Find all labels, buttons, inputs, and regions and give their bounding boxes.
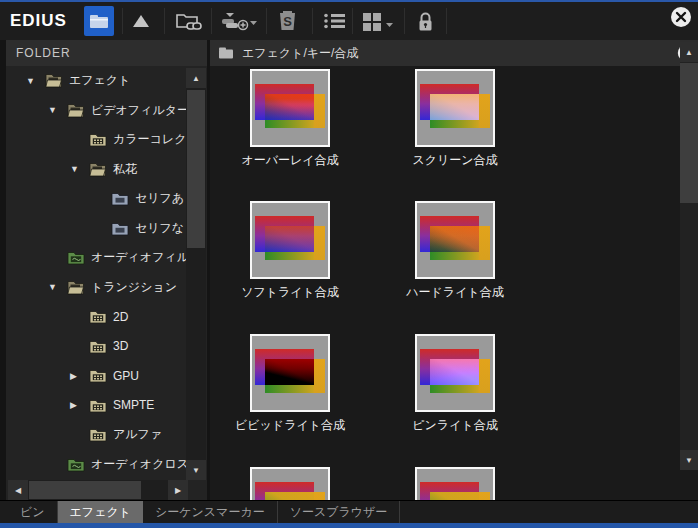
tab-source-browser[interactable]: ソースブラウザー — [278, 501, 401, 523]
tab-bin[interactable]: ビン — [8, 501, 58, 523]
window-close-button[interactable] — [669, 5, 693, 29]
scroll-right-button[interactable]: ▶ — [168, 480, 188, 500]
gradient-rect-front — [314, 359, 325, 393]
tree-item-label: 2D — [113, 310, 128, 324]
scroll-up-button[interactable]: ▲ — [680, 42, 698, 62]
chevron-right-icon[interactable]: ▶ — [70, 400, 83, 410]
thumbnail-view-button[interactable] — [356, 6, 400, 36]
add-clip-button[interactable] — [215, 6, 263, 36]
folder-tan-open-icon — [67, 103, 85, 118]
tree-item-label: 私花 — [113, 161, 137, 178]
lock-button[interactable] — [410, 6, 440, 36]
tree-item[interactable]: ▼ 私花 — [6, 155, 207, 185]
effect-item[interactable]: ソフトライト合成 — [215, 201, 365, 301]
folder-green-icon — [67, 457, 85, 472]
tree-item-label: GPU — [113, 369, 139, 383]
folder-tan-open-icon — [89, 162, 107, 177]
add-clip-dropdown-icon — [220, 10, 258, 32]
list-view-button[interactable] — [317, 6, 351, 36]
folder-icon — [89, 14, 109, 29]
tree-item[interactable]: ▼ トランジション — [6, 273, 207, 303]
gradient-rect-front — [479, 492, 490, 500]
blend-thumbnail-icon — [415, 201, 495, 279]
folder-tree: ▼ エフェクト▼ ビデオフィルター カラーコレクシ▼ 私花 セリフあり セリフな… — [6, 66, 207, 480]
grid-vscrollbar[interactable]: ▲ ▼ — [680, 42, 698, 470]
blend-thumbnail-icon — [250, 334, 330, 412]
tree-hscrollbar[interactable]: ◀ ▶ — [8, 480, 188, 500]
tab-effect[interactable]: エフェクト — [58, 501, 143, 523]
tab-sequence-marker[interactable]: シーケンスマーカー — [143, 501, 278, 523]
tree-item[interactable]: 3D — [6, 332, 207, 362]
folder-blue-icon — [111, 221, 129, 236]
effect-item-label: スクリーン合成 — [412, 152, 497, 169]
trash-button[interactable]: S — [271, 6, 303, 36]
chevron-down-icon[interactable]: ▼ — [70, 164, 83, 174]
folder-panel-title: FOLDER — [16, 46, 71, 60]
chevron-right-icon[interactable]: ▶ — [70, 371, 83, 381]
effect-panel-header: エフェクト/キー/合成 — [210, 40, 698, 66]
grid-view-dropdown-icon — [362, 12, 394, 31]
folder-tan-open-icon — [45, 73, 63, 88]
folder-tan-grid-icon — [89, 132, 107, 147]
gradient-rect-front — [265, 385, 314, 393]
scroll-down-button[interactable]: ▼ — [186, 460, 206, 480]
scrollbar-thumb[interactable] — [29, 481, 141, 499]
effect-item-label: ハードライト合成 — [406, 284, 503, 301]
window-bottom-border — [0, 523, 698, 528]
tree-item[interactable]: ▶ SMPTE — [6, 391, 207, 421]
lock-icon — [417, 11, 434, 32]
effect-item[interactable]: スクリーン合成 — [380, 69, 530, 169]
blend-thumbnail-icon — [250, 201, 330, 279]
tree-item[interactable]: オーディオフィルタ — [6, 243, 207, 273]
effect-item[interactable]: ピンライト合成 — [380, 334, 530, 434]
tree-item-label: トランジション — [91, 279, 177, 296]
scroll-down-button[interactable]: ▼ — [680, 450, 698, 470]
svg-text:S: S — [283, 14, 292, 29]
folder-tan-grid-icon — [89, 398, 107, 413]
effect-item[interactable]: オーバーレイ合成 — [215, 69, 365, 169]
folder-tan-grid-icon — [89, 427, 107, 442]
effect-item-label: ピンライト合成 — [412, 417, 497, 434]
up-arrow-button[interactable] — [126, 6, 156, 36]
gradient-rect-front — [479, 94, 490, 128]
tree-item[interactable]: ▼ ビデオフィルター — [6, 96, 207, 126]
blend-thumbnail-icon — [415, 69, 495, 147]
folder-tree-toggle-button[interactable] — [84, 6, 114, 36]
tree-item[interactable]: セリフあり — [6, 184, 207, 214]
effect-item[interactable] — [215, 467, 365, 500]
tree-item[interactable]: ▼ エフェクト — [6, 66, 207, 96]
list-view-icon — [323, 12, 346, 30]
chevron-down-icon[interactable]: ▼ — [26, 76, 39, 86]
tree-item[interactable]: アルファ — [6, 420, 207, 450]
folder-link-icon — [175, 11, 203, 32]
tree-item[interactable]: セリフなし — [6, 214, 207, 244]
chevron-down-icon[interactable]: ▼ — [48, 105, 61, 115]
open-folder-link-button[interactable] — [169, 6, 209, 36]
gradient-rect-front — [430, 252, 479, 260]
folder-tan-grid-icon — [89, 309, 107, 324]
effect-item[interactable] — [380, 467, 530, 500]
tree-vscrollbar[interactable]: ▲ ▼ — [186, 68, 206, 480]
scrollbar-thumb[interactable] — [680, 63, 698, 203]
tree-item-label: オーディオクロスフ — [91, 456, 201, 473]
tree-item[interactable]: ▶ GPU — [6, 361, 207, 391]
blend-thumbnail-icon — [250, 69, 330, 147]
effect-panel: エフェクト/キー/合成 オーバーレイ合成スクリーン合成ソフトライト合成ハードライ… — [210, 40, 698, 500]
chevron-down-icon[interactable]: ▼ — [48, 282, 61, 292]
scroll-left-button[interactable]: ◀ — [8, 480, 28, 500]
tree-item-label: エフェクト — [69, 72, 130, 89]
tree-item[interactable]: オーディオクロスフ — [6, 450, 207, 480]
gradient-rect-front — [314, 94, 325, 128]
tree-item[interactable]: 2D — [6, 302, 207, 332]
effect-item[interactable]: ビビッドライト合成 — [215, 334, 365, 434]
scroll-up-button[interactable]: ▲ — [186, 68, 206, 88]
gradient-rect-front — [430, 385, 479, 393]
effect-item[interactable]: ハードライト合成 — [380, 201, 530, 301]
tree-item-label: 3D — [113, 339, 128, 353]
folder-tan-grid-icon — [89, 368, 107, 383]
scrollbar-thumb[interactable] — [187, 90, 205, 248]
palette-tabbar: ビンエフェクトシーケンスマーカーソースブラウザー — [0, 500, 698, 523]
gradient-rect-front — [479, 359, 490, 393]
folder-panel: FOLDER ▼ エフェクト▼ ビデオフィルター カラーコレクシ▼ 私花 セリフ… — [6, 40, 207, 500]
tree-item[interactable]: カラーコレクシ — [6, 125, 207, 155]
